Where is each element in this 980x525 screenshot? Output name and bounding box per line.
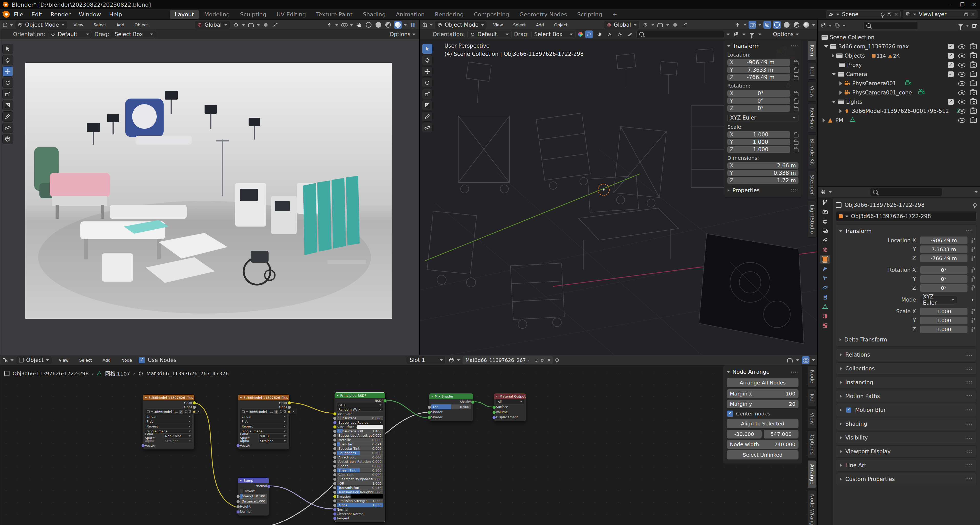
pivot-chevron-icon[interactable] (651, 24, 654, 26)
snap-chevron-icon[interactable] (666, 24, 669, 26)
value-socket[interactable] (333, 442, 337, 446)
section-shading[interactable]: Shading (836, 418, 977, 430)
view-menu[interactable]: View (54, 357, 72, 364)
param-subsurface[interactable]: Subsurface0.000 (337, 416, 383, 420)
distribution-dropdown[interactable]: GGX (337, 403, 383, 407)
fac-socket[interactable] (428, 406, 431, 409)
shader-socket[interactable] (428, 416, 431, 419)
slot-dropdown[interactable]: Slot 1 (407, 356, 446, 364)
value-socket[interactable] (333, 456, 337, 459)
displacement-socket[interactable] (492, 416, 496, 419)
value-socket[interactable] (333, 447, 337, 450)
expand-icon[interactable] (832, 73, 836, 75)
rotation-y-field[interactable]: 0° (733, 98, 788, 104)
overlays-chevron-icon[interactable] (758, 24, 761, 26)
subsurface-color-swatch[interactable] (356, 425, 383, 429)
shader-node-editor[interactable]: Object View Select Add Node Use Nodes Sl… (0, 355, 818, 525)
properties-tab-object-data[interactable] (820, 302, 830, 311)
editor-type-icon[interactable] (422, 22, 428, 28)
tool-add-cube[interactable] (2, 134, 13, 144)
mix-shader-node[interactable]: Mix Shader Shader Fac0.500 Shader Shader (429, 393, 473, 421)
hide-eye-icon[interactable] (958, 91, 966, 95)
proportional-falloff-icon[interactable] (681, 21, 689, 29)
param-sheen[interactable]: Sheen0.000 (337, 464, 383, 468)
render-visibility-icon[interactable] (970, 53, 977, 58)
snap-magnet-icon[interactable] (656, 21, 664, 29)
tool-scale[interactable] (422, 89, 433, 99)
menu-render[interactable]: Render (46, 10, 75, 19)
value-socket[interactable] (333, 473, 337, 477)
properties-tab-object[interactable] (820, 255, 830, 264)
tab-sculpting[interactable]: Sculpting (235, 10, 272, 19)
pin-material-icon[interactable] (555, 358, 559, 362)
tool-rotate[interactable] (422, 78, 433, 88)
lock-icon[interactable] (794, 69, 799, 73)
copy-material-icon[interactable] (541, 358, 544, 363)
projection-dropdown[interactable]: Flat (145, 419, 192, 424)
scale-y-field[interactable]: 1.000 (733, 139, 788, 145)
npanel-tab-lightstudio[interactable]: LightStudio (808, 201, 817, 238)
menu-file[interactable]: File (10, 10, 27, 19)
color-socket[interactable] (288, 401, 291, 405)
blenderkit-scenes-icon[interactable] (606, 30, 613, 38)
properties-editor-icon[interactable] (821, 189, 826, 195)
selectable-checkbox[interactable] (948, 53, 954, 59)
rotation-mode-dropdown[interactable]: XYZ Euler (920, 296, 957, 304)
blenderkit-materials-icon[interactable] (595, 30, 603, 38)
tab-scripting[interactable]: Scripting (572, 10, 607, 19)
shader-out-socket[interactable] (471, 400, 475, 404)
shading-solid-icon[interactable] (783, 21, 791, 29)
pin-scene-icon[interactable] (881, 13, 885, 16)
shading-rendered-icon[interactable] (802, 21, 810, 29)
transform-orientation-dropdown[interactable]: Global (604, 21, 640, 29)
image-datablock[interactable]: 3d66Model-1... 2 (145, 409, 192, 414)
color-socket[interactable] (333, 495, 337, 498)
image-texture-node-14[interactable]: 3d66Model-11397626-files-14.jpg Color Al… (238, 395, 290, 449)
properties-tab-tool[interactable] (820, 198, 830, 207)
hide-eye-icon[interactable] (958, 109, 966, 114)
scale-x-field[interactable]: 1.000 (920, 308, 967, 315)
blenderkit-search-input[interactable] (646, 31, 708, 38)
tool-transform[interactable] (2, 100, 13, 110)
color-socket[interactable] (192, 401, 196, 405)
distance-field[interactable]: Distance1.000 (240, 499, 267, 504)
gizmo-chevron-icon[interactable] (335, 24, 338, 26)
asset-tree-icon[interactable] (732, 30, 740, 38)
subsurface-method-dropdown[interactable]: Random Walk (337, 407, 383, 411)
param-alpha[interactable]: Alpha1.000 (337, 503, 383, 507)
node-tab-node-wrangler[interactable]: Node Wrangler (808, 490, 817, 525)
target-dropdown[interactable]: All (496, 399, 524, 404)
lock-icon[interactable] (972, 257, 972, 261)
use-nodes-checkbox[interactable] (138, 357, 145, 363)
value-socket[interactable] (333, 434, 337, 438)
editor-type-chevron-icon[interactable] (10, 24, 13, 26)
outliner-filter-type-icon[interactable] (834, 23, 840, 29)
select-unlinked-button[interactable]: Select Unlinked (727, 450, 799, 460)
scale-x-field[interactable]: 1.000 (733, 132, 788, 138)
vector-socket[interactable] (333, 421, 337, 425)
options-dropdown[interactable]: Options (390, 31, 415, 37)
tool-transform[interactable] (422, 100, 433, 110)
drag-dropdown[interactable]: Select Box (531, 30, 576, 38)
lock-icon[interactable] (972, 328, 972, 332)
render-visibility-icon[interactable] (970, 118, 977, 123)
node-arrange-header[interactable]: Node Arrange (727, 368, 799, 376)
npanel-tab-blenderkit[interactable]: BlenderKit (808, 135, 817, 169)
param-anisotropic[interactable]: Anisotropic0.000 (337, 455, 383, 459)
node-header[interactable]: 3d66Model-11397626-files-14.jpg (238, 395, 289, 400)
tab-geometry-nodes[interactable]: Geometry Nodes (514, 10, 572, 19)
tool-annotate[interactable] (422, 111, 433, 122)
outliner-search[interactable] (864, 22, 918, 30)
show-overlays-icon[interactable] (749, 21, 756, 29)
orientation-default-dropdown[interactable]: Default (468, 30, 512, 38)
section-viewport-display[interactable]: Viewport Display (836, 445, 977, 458)
properties-tab-view-layer[interactable] (820, 226, 830, 235)
shading-material-icon[interactable] (792, 21, 800, 29)
scene-selector[interactable]: Scene (826, 10, 900, 18)
location-y-field[interactable]: 7.3633 m (733, 67, 788, 73)
object-menu[interactable]: Object (550, 22, 572, 29)
center-nodes-row[interactable]: Center nodes (727, 410, 799, 417)
strength-socket[interactable] (236, 495, 240, 498)
section-motion-paths[interactable]: Motion Paths (836, 390, 977, 402)
section-line-art[interactable]: Line Art (836, 459, 977, 471)
